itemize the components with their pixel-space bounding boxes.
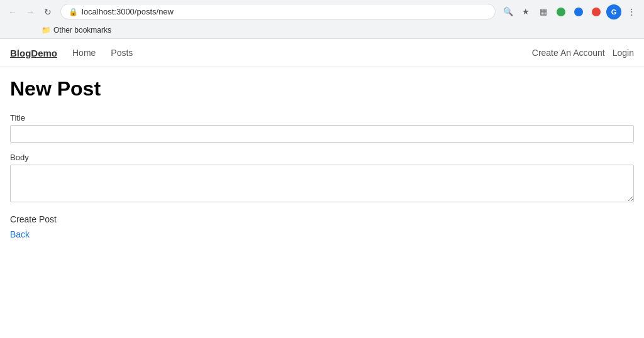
extension-green-icon[interactable]	[553, 4, 569, 19]
reload-button[interactable]: ↻	[40, 4, 55, 19]
other-bookmarks-label: Other bookmarks	[53, 26, 111, 35]
bookmarks-bar: 📁 Other bookmarks	[0, 23, 644, 38]
browser-chrome: ← → ↻ 🔒 🔍 ★ ▦ G ⋮	[0, 0, 644, 39]
menu-icon[interactable]: ⋮	[624, 4, 639, 19]
extension-icon-2[interactable]	[589, 4, 604, 19]
browser-actions: 🔍 ★ ▦ G ⋮	[501, 4, 639, 19]
create-post-button[interactable]: Create Post	[10, 214, 57, 224]
main-content: New Post Title Body Create Post Back	[0, 67, 644, 249]
app-nav: BlogDemo Home Posts Create An Account Lo…	[0, 39, 644, 67]
brand-logo[interactable]: BlogDemo	[10, 48, 57, 58]
search-icon[interactable]: 🔍	[501, 4, 516, 19]
new-post-form: Title Body Create Post	[10, 113, 634, 224]
browser-nav-buttons: ← → ↻	[5, 4, 55, 19]
login-link[interactable]: Login	[613, 48, 634, 58]
body-textarea[interactable]	[10, 165, 634, 202]
nav-home[interactable]: Home	[67, 45, 101, 60]
page-title: New Post	[10, 77, 634, 101]
forward-button[interactable]: →	[23, 4, 38, 19]
lock-icon: 🔒	[69, 8, 78, 16]
profile-avatar[interactable]: G	[606, 4, 621, 19]
back-button[interactable]: ←	[5, 4, 20, 19]
nav-right: Create An Account Login	[532, 48, 634, 58]
folder-icon: 📁	[42, 26, 51, 35]
address-bar-input[interactable]	[82, 7, 487, 16]
bookmark-star-icon[interactable]: ★	[518, 4, 533, 19]
nav-links: Home Posts	[67, 45, 532, 60]
nav-posts[interactable]: Posts	[106, 45, 138, 60]
tab-overview-icon[interactable]: ▦	[536, 4, 551, 19]
title-label: Title	[10, 113, 634, 123]
browser-top-bar: ← → ↻ 🔒 🔍 ★ ▦ G ⋮	[0, 0, 644, 23]
address-bar-container[interactable]: 🔒	[60, 4, 496, 19]
body-form-group: Body	[10, 153, 634, 204]
body-label: Body	[10, 153, 634, 162]
title-form-group: Title	[10, 113, 634, 143]
title-input[interactable]	[10, 125, 634, 143]
extension-blue-icon[interactable]	[571, 4, 586, 19]
other-bookmarks[interactable]: 📁 Other bookmarks	[38, 25, 115, 36]
create-account-link[interactable]: Create An Account	[532, 48, 605, 58]
back-link[interactable]: Back	[10, 229, 30, 239]
